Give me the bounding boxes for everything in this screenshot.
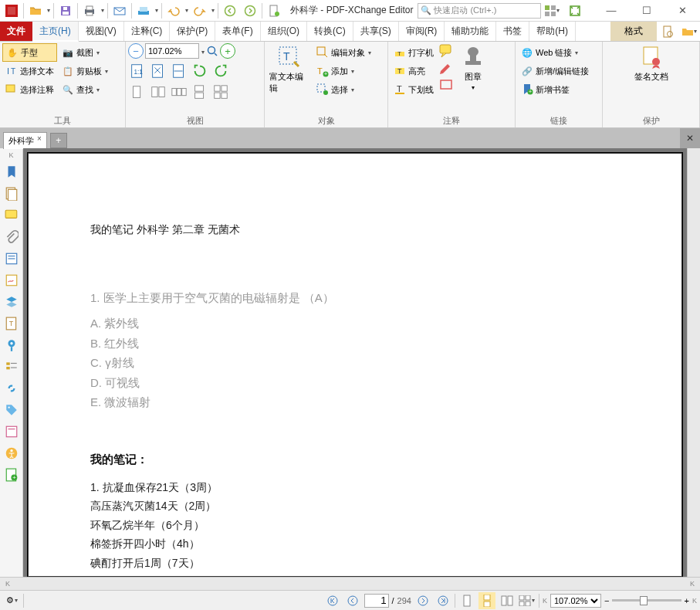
- redo-icon[interactable]: [190, 1, 210, 21]
- page-layout-5-icon[interactable]: [211, 83, 230, 102]
- options-gear-icon[interactable]: ⚙: [3, 592, 20, 609]
- new-tab-button[interactable]: +: [50, 133, 67, 148]
- links-pane-icon[interactable]: [3, 380, 20, 397]
- vertical-scrollbar[interactable]: [687, 148, 700, 577]
- add-bookmark-button[interactable]: +新增书签: [518, 80, 592, 99]
- highlight-button[interactable]: T高亮: [391, 62, 437, 80]
- edit-object-button[interactable]: 编辑对象: [313, 43, 374, 62]
- document-tab[interactable]: 外科学 ×: [3, 132, 47, 149]
- web-link-button[interactable]: 🌐Web 链接: [518, 43, 592, 62]
- tab-organize[interactable]: 组织(O): [261, 22, 307, 41]
- layout-more-icon[interactable]: [519, 592, 536, 609]
- thumbnails-pane-icon[interactable]: [3, 185, 20, 202]
- zoom-dropdown[interactable]: [201, 46, 205, 56]
- layout-single-icon[interactable]: [458, 592, 475, 609]
- underline-button[interactable]: T下划线: [391, 80, 437, 99]
- edit-link-button[interactable]: 🔗新增/编辑链接: [518, 62, 592, 80]
- pencil-icon[interactable]: [438, 60, 454, 76]
- scan-dropdown[interactable]: ▾: [154, 7, 160, 14]
- comments-pane-icon[interactable]: [3, 207, 20, 224]
- tab-form[interactable]: 表单(F): [215, 22, 260, 41]
- doc-icon[interactable]: [264, 1, 284, 21]
- print-icon[interactable]: [79, 1, 100, 21]
- ui-options-icon[interactable]: ▾: [541, 1, 563, 21]
- zoom-plus-icon[interactable]: +: [685, 596, 689, 605]
- stamp-button[interactable]: 图章▾: [455, 43, 491, 93]
- maximize-button[interactable]: ☐: [629, 0, 664, 22]
- nav-back-icon[interactable]: [220, 1, 240, 21]
- tab-review[interactable]: 审阅(R): [399, 22, 445, 41]
- first-page-button[interactable]: [324, 592, 341, 609]
- typewriter-button[interactable]: T打字机: [391, 43, 437, 62]
- history-pane-icon[interactable]: +: [3, 466, 20, 483]
- redo-dropdown[interactable]: ▾: [210, 7, 216, 14]
- actual-size-icon[interactable]: 1:1: [128, 62, 147, 80]
- tab-bookmark[interactable]: 书签: [496, 22, 529, 41]
- attachments-pane-icon[interactable]: [3, 229, 20, 246]
- close-button[interactable]: ✕: [664, 0, 700, 22]
- content-pane-icon[interactable]: T: [3, 315, 20, 332]
- tab-view[interactable]: 视图(V): [79, 22, 124, 41]
- find-button[interactable]: 🔍查找: [59, 80, 111, 99]
- tab-format[interactable]: 格式: [610, 22, 657, 41]
- print-dropdown[interactable]: ▾: [100, 7, 106, 14]
- tab-comment[interactable]: 注释(C): [124, 22, 171, 41]
- layout-continuous-icon[interactable]: [479, 592, 495, 609]
- fit-page-icon[interactable]: [564, 1, 586, 21]
- rotate-ccw-icon[interactable]: [191, 62, 209, 80]
- page-canvas[interactable]: 我的笔记 外科学 第二章 无菌术 1. 医学上主要用于空气灭菌的电磁辐射是 （A…: [23, 148, 687, 577]
- page-layout-1-icon[interactable]: [128, 83, 147, 102]
- scan-icon[interactable]: [134, 1, 154, 21]
- page-layout-3-icon[interactable]: [170, 83, 188, 102]
- snapshot-button[interactable]: 📷截图: [59, 43, 111, 62]
- page-layout-4-icon[interactable]: [191, 83, 209, 102]
- app-icon[interactable]: [2, 1, 22, 21]
- undo-icon[interactable]: [164, 1, 184, 21]
- rich-text-button[interactable]: T 富文本编辑: [267, 43, 312, 96]
- signatures-pane-icon[interactable]: [3, 272, 20, 289]
- destinations-pane-icon[interactable]: [3, 337, 20, 354]
- save-icon[interactable]: [56, 1, 76, 21]
- zoom-out-button[interactable]: −: [128, 43, 144, 59]
- clipboard-button[interactable]: 📋剪贴板: [59, 62, 111, 80]
- minimize-button[interactable]: —: [593, 0, 629, 22]
- tab-share[interactable]: 共享(S): [353, 22, 399, 41]
- note-icon[interactable]: [438, 43, 454, 59]
- open-folder-icon[interactable]: ▾: [678, 22, 700, 41]
- find-bookmark-icon[interactable]: [657, 22, 678, 41]
- email-icon[interactable]: [110, 1, 130, 21]
- add-object-button[interactable]: T+添加: [313, 62, 374, 80]
- layers-pane-icon[interactable]: [3, 293, 20, 310]
- rotate-cw-icon[interactable]: [211, 62, 230, 80]
- select-text-button[interactable]: IT选择文本: [2, 62, 57, 80]
- tab-convert[interactable]: 转换(C): [307, 22, 353, 41]
- sign-doc-button[interactable]: 签名文档: [632, 43, 671, 84]
- layout-facing-icon[interactable]: [499, 592, 516, 609]
- zoom-slider[interactable]: − +: [604, 596, 689, 605]
- bookmark-pane-icon[interactable]: [3, 164, 20, 181]
- taginfo-pane-icon[interactable]: [3, 358, 20, 375]
- tab-home[interactable]: 主页(H): [32, 22, 79, 42]
- hand-tool-button[interactable]: ✋手型: [2, 43, 57, 62]
- quick-launch-search[interactable]: 🔍 快速启动 (Ctrl+.): [418, 3, 541, 19]
- page-layout-2-icon[interactable]: [149, 83, 167, 102]
- open-dropdown[interactable]: ▾: [46, 7, 52, 14]
- tab-close-icon[interactable]: ×: [37, 134, 42, 143]
- prev-page-button[interactable]: [344, 592, 361, 609]
- zoom-in-button[interactable]: +: [220, 43, 235, 59]
- zoom-minus-icon[interactable]: −: [604, 596, 609, 605]
- rect-icon[interactable]: [438, 77, 454, 93]
- tab-help[interactable]: 帮助(H): [529, 22, 576, 41]
- properties-pane-icon[interactable]: [3, 423, 20, 440]
- open-icon[interactable]: [25, 1, 46, 21]
- page-number-input[interactable]: [364, 594, 389, 608]
- accessibility-pane-icon[interactable]: [3, 445, 20, 462]
- zoom-select[interactable]: 107.02%: [550, 594, 601, 608]
- select-object-button[interactable]: 选择: [313, 80, 374, 99]
- nav-fwd-icon[interactable]: [240, 1, 260, 21]
- tab-accessibility[interactable]: 辅助功能: [445, 22, 496, 41]
- tab-protect[interactable]: 保护(P): [170, 22, 215, 41]
- fit-width-icon[interactable]: [170, 62, 188, 80]
- zoom-combo[interactable]: [145, 43, 199, 59]
- zoom-tool-icon[interactable]: [206, 45, 218, 57]
